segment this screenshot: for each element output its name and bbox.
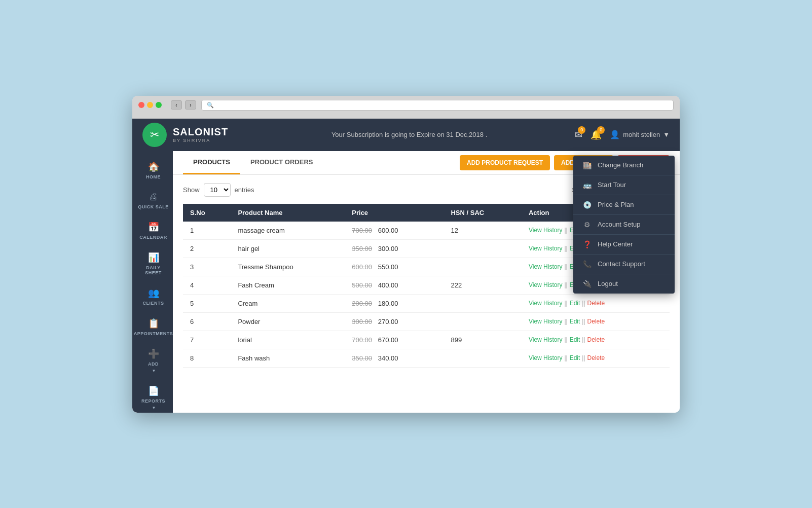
- delete-link[interactable]: Delete: [587, 318, 605, 325]
- price-old: 350.00: [352, 245, 372, 252]
- price-new: 300.00: [378, 245, 398, 252]
- sep1: ||: [564, 336, 567, 343]
- logout-icon: 🔌: [582, 280, 592, 288]
- sidebar-item-home[interactable]: 🏠 HOME: [132, 156, 173, 185]
- view-history-link[interactable]: View History: [529, 263, 562, 270]
- sep1: ||: [564, 300, 567, 307]
- dropdown-item-logout[interactable]: 🔌 Logout: [573, 274, 675, 294]
- sep1: ||: [564, 245, 567, 252]
- price-old: 200.00: [352, 300, 372, 307]
- cell-hsn: [444, 312, 522, 331]
- change-branch-icon: 🏬: [582, 161, 592, 169]
- cell-hsn: 12: [444, 222, 522, 240]
- browser-chrome: ‹ › 🔍: [132, 96, 680, 119]
- nav-back-button[interactable]: ‹: [171, 100, 182, 110]
- entries-label: entries: [235, 186, 254, 194]
- delete-link[interactable]: Delete: [587, 354, 605, 361]
- cell-price: 700.00 670.00: [345, 331, 444, 349]
- cell-sno: 8: [183, 349, 231, 367]
- view-history-link[interactable]: View History: [529, 245, 562, 252]
- sidebar-label-home: HOME: [146, 174, 161, 179]
- browser-dots: [138, 102, 162, 108]
- cell-action: View History || Edit || Delete: [522, 294, 670, 312]
- dropdown-item-change-branch[interactable]: 🏬 Change Branch: [573, 156, 675, 175]
- sidebar-item-daily-sheet[interactable]: 📊 DAILY SHEET: [132, 247, 173, 280]
- app-header: ✂ SALONIST BY SHRIVRA Your Subscription …: [132, 119, 680, 151]
- nav-forward-button[interactable]: ›: [185, 100, 196, 110]
- cell-product-name: Fash Cream: [231, 276, 345, 294]
- mail-button[interactable]: ✉ 0: [575, 129, 582, 140]
- cell-hsn: [444, 239, 522, 258]
- cell-product-name: lorial: [231, 331, 345, 349]
- view-history-link[interactable]: View History: [529, 318, 562, 325]
- add-icon: ➕: [148, 348, 159, 359]
- user-menu-button[interactable]: 👤 mohit stellen ▼: [610, 130, 670, 139]
- dot-close[interactable]: [138, 102, 144, 108]
- table-row: 6 Powder 300.00 270.00 View History: [183, 312, 670, 331]
- edit-link[interactable]: Edit: [570, 318, 580, 325]
- header-right: ✉ 0 🔔 0 👤 mohit stellen ▼ 🏬 Change Bra: [575, 129, 670, 140]
- search-icon: 🔍: [207, 102, 214, 108]
- logo-icon: ✂: [150, 128, 159, 141]
- show-entries: Show 10 25 50 entries: [183, 183, 254, 197]
- dropdown-item-account-setup[interactable]: ⚙ Account Setup: [573, 215, 675, 235]
- delete-link[interactable]: Delete: [587, 336, 605, 343]
- cell-price: 700.00 600.00: [345, 222, 444, 240]
- cell-sno: 6: [183, 312, 231, 331]
- user-avatar-icon: 👤: [610, 130, 620, 139]
- tab-product-orders[interactable]: PRODUCT ORDERS: [240, 151, 323, 174]
- dropdown-item-price-plan[interactable]: 💿 Price & Plan: [573, 195, 675, 215]
- dot-maximize[interactable]: [156, 102, 162, 108]
- sidebar-item-add[interactable]: ➕ ADD ▼: [132, 343, 173, 378]
- bell-button[interactable]: 🔔 0: [590, 129, 602, 140]
- price-old: 700.00: [352, 227, 372, 234]
- cell-sno: 5: [183, 294, 231, 312]
- sep2: ||: [582, 336, 585, 343]
- sep1: ||: [564, 354, 567, 361]
- price-new: 270.00: [378, 318, 398, 325]
- cell-hsn: [444, 294, 522, 312]
- sidebar-item-quick-sale[interactable]: 🖨 QUICK SALE: [132, 187, 173, 214]
- add-product-request-button[interactable]: ADD PRODUCT REQUEST: [460, 155, 550, 170]
- price-plan-icon: 💿: [582, 201, 592, 209]
- view-history-link[interactable]: View History: [529, 227, 562, 234]
- dropdown-item-help-center[interactable]: ❓ Help Center: [573, 235, 675, 255]
- edit-link[interactable]: Edit: [570, 336, 580, 343]
- help-center-icon: ❓: [582, 240, 592, 248]
- sidebar-label-daily-sheet: DAILY SHEET: [138, 265, 169, 275]
- view-history-link[interactable]: View History: [529, 336, 562, 343]
- cell-price: 500.00 400.00: [345, 276, 444, 294]
- browser-nav: ‹ ›: [171, 100, 196, 110]
- tab-products[interactable]: PRODUCTS: [183, 151, 240, 174]
- view-history-link[interactable]: View History: [529, 281, 562, 288]
- cell-product-name: Powder: [231, 312, 345, 331]
- logo-circle: ✂: [142, 123, 167, 147]
- cell-sno: 3: [183, 258, 231, 276]
- sidebar-item-appointments[interactable]: 📋 APPOINTMENTS: [132, 313, 173, 341]
- cell-action: View History || Edit || Delete: [522, 312, 670, 331]
- price-new: 670.00: [378, 336, 398, 344]
- price-new: 550.00: [378, 263, 398, 271]
- col-price: Price: [345, 204, 444, 222]
- delete-link[interactable]: Delete: [587, 300, 605, 307]
- view-history-link[interactable]: View History: [529, 354, 562, 361]
- sidebar-item-reports[interactable]: 📄 REPORTS ▼: [132, 380, 173, 413]
- price-new: 340.00: [378, 354, 398, 362]
- browser-window: ‹ › 🔍 ✂ SALONIST BY SHRIVRA Your Subscri…: [132, 96, 680, 413]
- cell-sno: 4: [183, 276, 231, 294]
- bell-badge: 0: [597, 126, 605, 134]
- dropdown-item-contact-support[interactable]: 📞 Contact Support: [573, 255, 675, 274]
- cell-sno: 7: [183, 331, 231, 349]
- sidebar-item-clients[interactable]: 👥 CLIENTS: [132, 282, 173, 311]
- dropdown-item-start-tour[interactable]: 🚌 Start Tour: [573, 175, 675, 195]
- edit-link[interactable]: Edit: [570, 354, 580, 361]
- browser-address-bar[interactable]: 🔍: [201, 100, 674, 111]
- entries-select[interactable]: 10 25 50: [204, 183, 231, 197]
- sidebar-item-calendar[interactable]: 📅 CALENDAR: [132, 216, 173, 245]
- edit-link[interactable]: Edit: [570, 300, 580, 307]
- sep1: ||: [564, 227, 567, 234]
- sep2: ||: [582, 300, 585, 307]
- dot-minimize[interactable]: [147, 102, 153, 108]
- cell-action: View History || Edit || Delete: [522, 349, 670, 367]
- view-history-link[interactable]: View History: [529, 300, 562, 307]
